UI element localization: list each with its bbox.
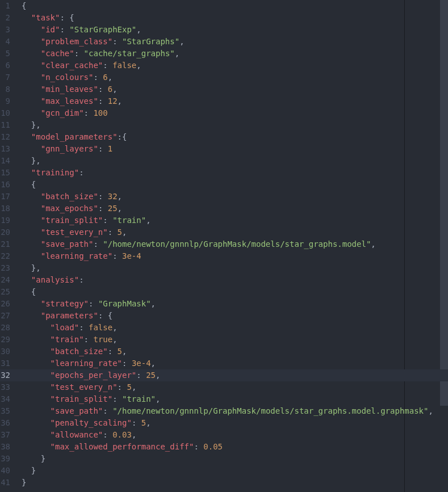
line-number: 26: [0, 298, 10, 310]
line-number: 33: [0, 381, 10, 393]
json-punct: ,: [122, 228, 127, 237]
json-key: "train_split": [41, 216, 103, 225]
line-number: 9: [0, 95, 10, 107]
json-punct: :: [98, 96, 108, 106]
line-number: 13: [0, 143, 10, 155]
code-line[interactable]: "id": "StarGraphExp",: [22, 24, 448, 36]
json-punct: :: [93, 73, 103, 82]
code-line[interactable]: "strategy": "GraphMask",: [22, 298, 448, 310]
code-line[interactable]: "clear_cache": false,: [22, 60, 448, 72]
code-line[interactable]: "max_leaves": 12,: [22, 95, 448, 107]
json-punct: :: [112, 394, 122, 403]
code-line[interactable]: "penalty_scaling": 5,: [22, 417, 448, 429]
line-number: 15: [0, 167, 10, 179]
code-line[interactable]: "n_colours": 6,: [22, 72, 448, 83]
code-line[interactable]: "gnn_layers": 1: [22, 143, 448, 155]
json-key: "problem_class": [41, 37, 112, 46]
code-line[interactable]: },: [22, 119, 448, 131]
json-key: "learning_rate": [51, 359, 122, 368]
json-punct: ,: [179, 37, 184, 46]
code-line[interactable]: }: [22, 453, 448, 465]
line-number: 30: [0, 346, 10, 358]
json-key: "batch_size": [41, 192, 98, 201]
line-number: 32: [0, 369, 10, 381]
code-line[interactable]: {: [22, 0, 448, 12]
code-line[interactable]: },: [22, 155, 448, 167]
line-number: 37: [0, 429, 10, 441]
code-line[interactable]: "save_path": "/home/newton/gnnnlp/GraphM…: [22, 238, 448, 250]
json-key: "train_split": [51, 394, 113, 403]
json-number: 25: [108, 204, 118, 213]
json-number: 5: [127, 382, 131, 392]
json-punct: ,: [175, 49, 179, 58]
code-line[interactable]: "test_every_n": 5,: [22, 381, 448, 393]
code-line[interactable]: "allowance": 0.03,: [22, 429, 448, 441]
json-key: "max_leaves": [41, 96, 98, 106]
line-number: 4: [0, 36, 10, 48]
code-line[interactable]: "batch_size": 32,: [22, 191, 448, 203]
json-key: "strategy": [41, 299, 89, 308]
code-line[interactable]: {: [22, 286, 448, 298]
code-line[interactable]: "test_every_n": 5,: [22, 226, 448, 238]
code-area[interactable]: { "task": { "id": "StarGraphExp", "probl…: [12, 0, 448, 489]
code-line[interactable]: },: [22, 262, 448, 274]
line-number: 2: [0, 12, 10, 24]
json-punct: ,: [112, 323, 117, 332]
code-line[interactable]: "max_allowed_performance_diff": 0.05: [22, 441, 448, 453]
json-punct: : {: [98, 311, 112, 320]
code-line[interactable]: "cache": "cache/star_graphs",: [22, 48, 448, 60]
code-line[interactable]: "training":: [22, 167, 448, 179]
json-number: false: [89, 323, 112, 332]
line-number: 29: [0, 334, 10, 346]
code-line[interactable]: "max_epochs": 25,: [22, 203, 448, 215]
code-line[interactable]: "parameters": {: [22, 310, 448, 322]
line-number-gutter: 1234567891011121314151617181920212223242…: [0, 0, 12, 489]
json-string: "cache/star_graphs": [84, 49, 175, 58]
code-line[interactable]: "min_leaves": 6,: [22, 83, 448, 95]
json-punct: :: [103, 406, 112, 415]
code-line[interactable]: "learning_rate": 3e-4: [22, 250, 448, 262]
json-punct: :: [98, 192, 108, 201]
code-line[interactable]: }: [22, 477, 448, 489]
line-number: 19: [0, 215, 10, 226]
code-line[interactable]: "train": true,: [22, 334, 448, 346]
code-line[interactable]: "learning_rate": 3e-4,: [22, 358, 448, 369]
json-punct: :: [89, 299, 98, 308]
json-punct: ,: [371, 239, 375, 249]
code-line[interactable]: {: [22, 179, 448, 191]
line-number: 41: [0, 477, 10, 489]
json-punct: ,: [146, 216, 150, 225]
json-number: 100: [93, 108, 107, 117]
json-punct: },: [31, 120, 41, 129]
json-punct: ,: [136, 25, 141, 34]
code-line[interactable]: "load": false,: [22, 322, 448, 334]
code-line[interactable]: }: [22, 465, 448, 477]
code-line[interactable]: "model_parameters":{: [22, 131, 448, 143]
code-line[interactable]: "train_split": "train",: [22, 215, 448, 226]
json-key: "cache": [41, 49, 74, 58]
line-number: 39: [0, 453, 10, 465]
line-number: 27: [0, 310, 10, 322]
code-editor[interactable]: 1234567891011121314151617181920212223242…: [0, 0, 448, 489]
json-punct: : {: [60, 13, 74, 22]
code-line[interactable]: "gcn_dim": 100: [22, 107, 448, 119]
json-punct: :: [108, 347, 118, 356]
json-number: 5: [118, 228, 122, 237]
code-line[interactable]: "epochs_per_layer": 25,: [22, 369, 448, 381]
code-line[interactable]: "task": {: [22, 12, 448, 24]
code-line[interactable]: "save_path": "/home/newton/gnnnlp/GraphM…: [22, 405, 448, 417]
code-line[interactable]: "batch_size": 5,: [22, 346, 448, 358]
line-number: 31: [0, 358, 10, 369]
json-key: "penalty_scaling": [51, 418, 132, 427]
line-number: 1: [0, 0, 10, 12]
line-number: 18: [0, 203, 10, 215]
code-line[interactable]: "train_split": "train",: [22, 393, 448, 405]
code-line[interactable]: "analysis":: [22, 274, 448, 286]
json-punct: :: [84, 108, 94, 117]
json-string: "StarGraphs": [122, 37, 179, 46]
code-line[interactable]: "problem_class": "StarGraphs",: [22, 36, 448, 48]
json-key: "id": [41, 25, 60, 34]
json-punct: :: [132, 418, 141, 427]
json-punct: :: [84, 335, 94, 344]
json-key: "epochs_per_layer": [51, 371, 137, 380]
